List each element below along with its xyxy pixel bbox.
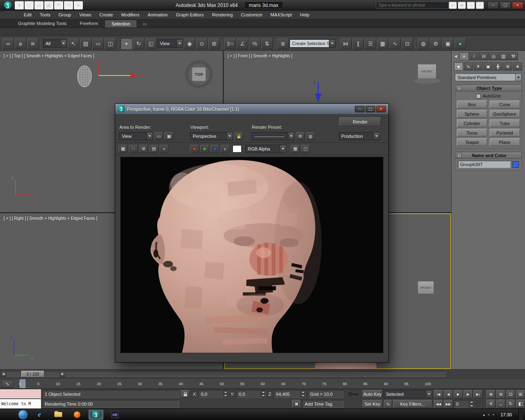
primitive-type-dropdown[interactable]: Standard Primitives <box>455 73 522 81</box>
save-file-icon[interactable]: ▣ <box>44 1 53 9</box>
render-setup-dialog-button[interactable]: ⚙ <box>296 132 305 140</box>
shapes-category-button[interactable]: ∿ <box>464 62 473 71</box>
selection-lock-toggle[interactable] <box>181 390 189 398</box>
render-viewport-dropdown[interactable]: Perspective <box>190 132 233 140</box>
previous-key-button[interactable]: ◀◀ <box>434 400 443 408</box>
ribbon-tab[interactable]: Freeform <box>73 20 105 27</box>
x-coordinate-field[interactable]: 0,0 <box>199 390 228 398</box>
area-to-render-dropdown[interactable]: View <box>119 132 153 140</box>
time-slider-handle[interactable]: 0 / 100 <box>21 371 44 377</box>
material-editor-button[interactable]: ◍ <box>418 38 429 49</box>
current-frame-field[interactable]: 0 <box>454 400 474 408</box>
render-button[interactable]: Render <box>339 117 381 126</box>
toggle-ui-button[interactable]: ◫ <box>301 145 310 153</box>
ribbon-display-icon[interactable]: ▭ <box>143 22 146 27</box>
select-and-rotate-button[interactable]: ↻ <box>133 38 144 49</box>
tray-status-icon-2[interactable]: ▪ <box>493 413 494 417</box>
red-channel-button[interactable] <box>190 145 199 153</box>
mirror-button[interactable]: ⋈ <box>340 38 352 49</box>
selection-filter-dropdown[interactable]: All <box>43 39 67 48</box>
menu-item[interactable]: Tools <box>36 12 55 17</box>
edit-named-selection-sets-button[interactable]: ≣ <box>277 38 289 49</box>
keyframe-mode-key-icon[interactable] <box>347 390 361 398</box>
z-coordinate-field[interactable]: 64,405 <box>274 390 306 398</box>
object-type-rollout-header[interactable]: − Object Type <box>455 84 522 91</box>
systems-category-button[interactable]: ∗ <box>513 62 522 71</box>
space-warps-category-button[interactable]: ≋ <box>503 62 512 71</box>
rw-maximize-button[interactable]: ▢ <box>365 106 375 112</box>
object-type-button[interactable]: Tube <box>490 119 520 127</box>
maximize-viewport-toggle-button[interactable]: ◧ <box>516 399 525 408</box>
rendered-frame-title-bar[interactable]: Ʒ Perspective, frame 0, RGBA Color 16 Bi… <box>115 104 388 114</box>
zoom-extents-all-button[interactable]: ⊞ <box>516 390 525 399</box>
set-key-button[interactable]: Set Key <box>363 400 382 408</box>
helpers-category-button[interactable]: ╋ <box>493 62 502 71</box>
percent-snap-button[interactable]: % <box>249 38 260 49</box>
bind-to-space-warp-button[interactable]: ≋ <box>27 38 39 49</box>
time-slider-track[interactable] <box>6 371 445 377</box>
taskbar-3dsmax-icon[interactable]: Ʒ <box>89 410 103 420</box>
reference-coordinate-system-dropdown[interactable]: View <box>158 39 183 48</box>
search-go-icon[interactable]: ▸ <box>449 2 457 9</box>
y-spinner[interactable] <box>261 390 265 397</box>
next-key-button[interactable]: ▶▶ <box>444 400 453 408</box>
schematic-view-button[interactable]: ⊡ <box>402 38 413 49</box>
viewport-front-label[interactable]: [ + ] [ Front ] [ Smooth + Highlights ] <box>228 54 292 58</box>
viewport-right-label[interactable]: [ + ] [ Right ] [ Smooth + Highlights + … <box>4 216 97 221</box>
maximize-button[interactable]: ▢ <box>500 2 511 9</box>
hierarchy-tab[interactable]: ⊟ <box>479 52 488 60</box>
key-selection-dropdown[interactable]: Selected <box>383 390 432 398</box>
menu-item[interactable]: Group <box>55 12 75 17</box>
application-menu-button[interactable]: Ʒ <box>2 1 14 10</box>
previous-frame-button[interactable]: ◀ <box>444 390 453 398</box>
menu-item[interactable]: Create <box>95 12 117 17</box>
layer-manager-button[interactable]: ☰ <box>365 38 376 49</box>
toggle-ui-overlays-button[interactable]: ▦ <box>291 145 300 153</box>
save-image-button[interactable]: ▩ <box>119 145 128 153</box>
maxscript-macro-recorder-pane[interactable] <box>0 389 41 399</box>
modify-tab[interactable]: ≀ <box>469 52 479 60</box>
zoom-all-button[interactable]: ⊛ <box>496 390 505 399</box>
object-type-button[interactable]: Pyramid <box>490 129 520 137</box>
favorites-star-icon[interactable]: ☆ <box>467 2 475 9</box>
next-frame-arrow-button[interactable]: ▶ <box>60 371 65 377</box>
object-type-button[interactable]: Torus <box>457 129 487 137</box>
object-type-button[interactable]: Box <box>457 100 487 108</box>
panel-arrow-icon[interactable]: ◀ <box>452 52 459 60</box>
orbit-button[interactable]: ↻ <box>506 399 515 408</box>
viewcube[interactable]: TOP <box>184 59 214 89</box>
taskbar-after-effects-icon[interactable]: AE <box>107 410 122 420</box>
environment-dialog-button[interactable]: ◍ <box>306 132 315 140</box>
toolbar-options-arrow-icon[interactable]: ▾ <box>74 1 83 9</box>
print-image-button[interactable]: ▤ <box>149 145 158 153</box>
channel-display-dropdown[interactable]: RGB Alpha <box>245 145 286 153</box>
clone-rendered-frame-button[interactable]: ⊞ <box>139 145 148 153</box>
production-mode-dropdown[interactable]: Production <box>339 132 380 140</box>
object-name-field[interactable]: Group6397 <box>458 161 511 168</box>
name-color-rollout-header[interactable]: − Name and Color <box>455 152 522 159</box>
undo-icon[interactable]: ↶ <box>54 1 63 9</box>
tray-up-arrow-icon[interactable]: ▴ <box>483 413 485 417</box>
utilities-tab[interactable]: ⚒ <box>509 52 518 60</box>
object-type-button[interactable]: GeoSphere <box>490 110 520 118</box>
rectangular-selection-region-button[interactable]: ▭ <box>92 38 104 49</box>
select-and-link-button[interactable]: ∞ <box>2 38 14 49</box>
zoom-extents-button[interactable]: ⊡ <box>506 390 515 399</box>
motion-tab[interactable]: ◎ <box>489 52 498 60</box>
graphite-ribbon-toggle-button[interactable]: ▦ <box>377 38 388 49</box>
named-selection-sets-dropdown[interactable]: Create Selection Se <box>290 39 336 48</box>
menu-item[interactable]: Customize <box>237 12 267 17</box>
angle-snap-button[interactable]: ∠ <box>237 38 248 49</box>
render-setup-button[interactable]: ⚙ <box>430 38 441 49</box>
set-key-filters-curve-button[interactable]: ∿ <box>384 400 392 408</box>
select-and-manipulate-button[interactable]: ⊙ <box>196 38 208 49</box>
selected-object-and-move-gizmo[interactable]: x <box>70 57 156 91</box>
add-time-tag-field[interactable]: Add Time Tag <box>302 400 344 408</box>
zoom-button[interactable]: ⊕ <box>486 390 495 399</box>
pan-button[interactable]: ↔ <box>496 399 505 408</box>
clear-image-button[interactable]: × <box>160 145 169 153</box>
mini-curve-editor-button[interactable]: ∿ <box>1 380 14 388</box>
keyboard-shortcut-override-button[interactable]: ⊞ <box>208 38 220 49</box>
object-type-button[interactable]: Teapot <box>457 138 487 146</box>
display-tab[interactable]: ▥ <box>499 52 508 60</box>
